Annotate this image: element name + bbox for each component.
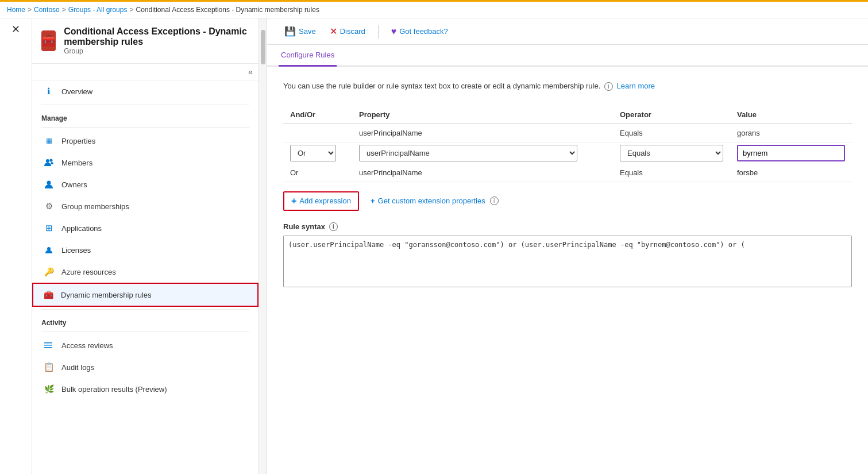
- key-icon: 🔑: [43, 266, 55, 278]
- heart-icon: ♥: [391, 26, 397, 37]
- toolbar: 💾 Save ✕ Discard ♥ Got feedback?: [267, 18, 868, 45]
- sidebar-item-group-memberships[interactable]: ⚙ Group memberships: [32, 195, 259, 217]
- breadcrumb-home[interactable]: Home: [7, 6, 25, 14]
- col-header-property: Property: [352, 106, 613, 124]
- nav-divider-activity2: [41, 332, 249, 332]
- properties-icon: ▦: [43, 135, 55, 147]
- cell-value-2: forsbe: [730, 164, 852, 182]
- sidebar-item-label: Applications: [61, 224, 102, 233]
- sidebar-item-access-reviews[interactable]: Access reviews: [32, 334, 259, 356]
- sidebar-item-label: Overview: [61, 87, 92, 96]
- owners-icon: [43, 179, 55, 190]
- description-text: You can use the rule builder or rule syn…: [283, 80, 852, 92]
- sidebar-item-overview[interactable]: ℹ Overview: [32, 80, 259, 102]
- sidebar-item-audit-logs[interactable]: 📋 Audit logs: [32, 356, 259, 378]
- save-icon: 💾: [284, 26, 296, 37]
- sidebar-item-label: Audit logs: [61, 363, 94, 372]
- sidebar-header-icon: 🧰: [41, 30, 56, 51]
- svg-rect-4: [44, 342, 52, 344]
- sidebar-item-label: Licenses: [61, 246, 91, 255]
- sidebar-item-bulk-operation[interactable]: 🌿 Bulk operation results (Preview): [32, 378, 259, 400]
- sidebar-item-licenses[interactable]: Licenses: [32, 239, 259, 261]
- sidebar-item-label: Dynamic membership rules: [61, 291, 152, 299]
- main-content: 💾 Save ✕ Discard ♥ Got feedback? Configu…: [267, 18, 868, 474]
- feedback-button[interactable]: ♥ Got feedback?: [385, 24, 454, 40]
- sidebar-item-label: Group memberships: [61, 202, 129, 211]
- sidebar-item-members[interactable]: Members: [32, 152, 259, 174]
- value-input[interactable]: [737, 145, 845, 161]
- sidebar-header: 🧰 Conditional Access Exceptions - Dynami…: [32, 18, 259, 64]
- table-row: userPrincipalName Equals gorans: [283, 124, 852, 142]
- sidebar-item-properties[interactable]: ▦ Properties: [32, 130, 259, 152]
- gear-icon: ⚙: [43, 201, 55, 212]
- table-row-editable: Or And userPrincipalName displayName mai…: [283, 142, 852, 164]
- sidebar-item-label: Members: [61, 159, 92, 167]
- nav-divider: [41, 105, 249, 105]
- plus-icon: +: [291, 196, 296, 206]
- cell-property: userPrincipalName: [352, 124, 613, 142]
- svg-point-0: [46, 159, 49, 163]
- cell-value-editable: [730, 142, 852, 164]
- access-reviews-icon: [43, 340, 55, 351]
- collapse-button[interactable]: «: [248, 67, 253, 76]
- breadcrumb-current: Conditional Access Exceptions - Dynamic …: [136, 6, 319, 14]
- and-or-select[interactable]: Or And: [290, 145, 336, 161]
- close-panel: ✕: [0, 18, 32, 474]
- discard-button[interactable]: ✕ Discard: [324, 23, 371, 40]
- col-header-operator: Operator: [613, 106, 730, 124]
- sidebar-item-owners[interactable]: Owners: [32, 174, 259, 195]
- svg-rect-6: [44, 347, 52, 348]
- cell-property-2: userPrincipalName: [352, 164, 613, 182]
- learn-more-link[interactable]: Learn more: [617, 82, 655, 90]
- cell-operator-2: Equals: [613, 164, 730, 182]
- cell-and-or-2: Or: [283, 164, 352, 182]
- tabs-bar: Configure Rules: [267, 45, 868, 67]
- save-button[interactable]: 💾 Save: [279, 23, 322, 40]
- scrollbar[interactable]: [259, 18, 267, 474]
- cell-operator: Equals: [613, 124, 730, 142]
- close-button[interactable]: ✕: [11, 24, 20, 34]
- scroll-thumb: [261, 30, 265, 64]
- content-area: You can use the rule builder or rule syn…: [267, 67, 868, 474]
- toolbar-divider: [378, 25, 379, 38]
- cell-operator-editable: Equals Not Equals Contains Not Contains …: [613, 142, 730, 164]
- members-icon: [43, 157, 55, 168]
- sidebar: 🧰 Conditional Access Exceptions - Dynami…: [32, 18, 259, 474]
- sidebar-item-azure-resources[interactable]: 🔑 Azure resources: [32, 261, 259, 283]
- page-title: Conditional Access Exceptions - Dynamic …: [64, 26, 249, 47]
- rules-table: And/Or Property Operator Value userPrinc…: [283, 106, 852, 182]
- svg-rect-5: [44, 345, 52, 346]
- cell-and-or-editable: Or And: [283, 142, 352, 164]
- description-info-icon[interactable]: i: [604, 82, 613, 91]
- bulk-operation-icon: 🌿: [43, 383, 55, 395]
- licenses-icon: [43, 244, 55, 256]
- rule-syntax-textarea[interactable]: (user.userPrincipalName -eq "goransson@c…: [283, 236, 852, 287]
- sidebar-item-label: Azure resources: [61, 268, 116, 276]
- svg-point-2: [47, 181, 51, 185]
- sidebar-item-applications[interactable]: ⊞ Applications: [32, 217, 259, 239]
- action-row: + Add expression + Get custom extension …: [283, 191, 852, 211]
- add-expression-button[interactable]: + Add expression: [283, 191, 359, 211]
- sidebar-item-label: Properties: [61, 137, 95, 145]
- property-select[interactable]: userPrincipalName displayName mail depar…: [359, 145, 577, 161]
- cell-and-or: [283, 124, 352, 142]
- sidebar-item-label: Bulk operation results (Preview): [61, 385, 167, 394]
- custom-info-icon[interactable]: i: [490, 196, 499, 205]
- sidebar-item-dynamic-membership-rules[interactable]: 🧰 Dynamic membership rules: [32, 283, 259, 307]
- col-header-value: Value: [730, 106, 852, 124]
- tab-configure-rules[interactable]: Configure Rules: [279, 45, 337, 67]
- page-subtitle: Group: [64, 47, 249, 55]
- rule-syntax-label: Rule syntax i: [283, 222, 852, 231]
- sidebar-item-label: Owners: [61, 180, 87, 189]
- breadcrumb-groups[interactable]: Groups - All groups: [68, 6, 128, 14]
- applications-icon: ⊞: [43, 222, 55, 234]
- get-custom-extension-button[interactable]: + Get custom extension properties i: [364, 193, 507, 209]
- col-header-and-or: And/Or: [283, 106, 352, 124]
- breadcrumb-contoso[interactable]: Contoso: [34, 6, 60, 14]
- syntax-info-icon[interactable]: i: [329, 222, 338, 231]
- svg-point-1: [50, 159, 53, 162]
- sidebar-item-label: Access reviews: [61, 341, 113, 350]
- activity-section-label: Activity: [32, 312, 259, 329]
- operator-select[interactable]: Equals Not Equals Contains Not Contains …: [620, 145, 723, 161]
- cell-property-editable: userPrincipalName displayName mail depar…: [352, 142, 613, 164]
